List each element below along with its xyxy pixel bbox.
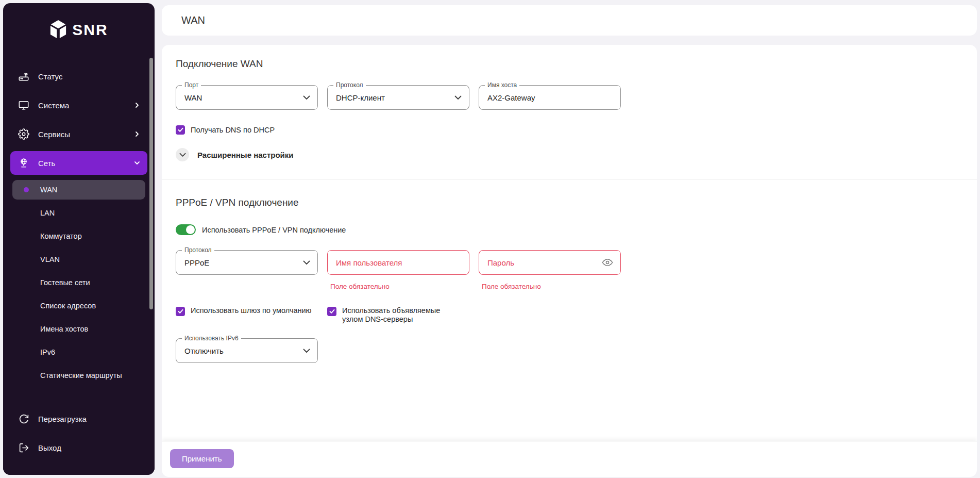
sidebar-item-label: Сервисы [38, 130, 70, 139]
sidebar-subitem-lan[interactable]: LAN [12, 203, 145, 223]
toggle-knob [186, 225, 195, 234]
password-error-slot: Поле обязательно [479, 282, 621, 291]
sidebar-item-system[interactable]: Система [10, 93, 147, 117]
username-field[interactable] [327, 250, 469, 275]
section-divider [162, 179, 977, 179]
sidebar-item-label: Система [38, 101, 69, 110]
dns-dhcp-checkbox-row[interactable]: Получать DNS по DHCP [176, 125, 963, 135]
default-gateway-checkbox[interactable] [176, 307, 185, 316]
error-slot-empty [176, 282, 318, 291]
check-icon [329, 309, 335, 314]
sidebar-item-services[interactable]: Сервисы [10, 122, 147, 146]
pppoe-section-title: PPPoE / VPN подключение [176, 197, 963, 208]
pppoe-toggle-row: Использовать PPPoE / VPN подключение [176, 224, 963, 235]
page-title: WAN [181, 14, 205, 26]
sidebar-bottom: Перезагрузка Выход [3, 393, 155, 475]
peer-dns-checkbox-row[interactable]: Использовать объявляемые узлом DNS-серве… [327, 306, 469, 324]
sidebar-subitem-label: Гостевые сети [40, 278, 90, 287]
chevron-down-icon [179, 153, 186, 157]
username-error-text: Поле обязательно [327, 283, 390, 290]
sidebar-subitem-guest-networks[interactable]: Гостевые сети [12, 273, 145, 292]
password-error-text: Поле обязательно [479, 283, 541, 290]
snr-logo: SNR [3, 3, 155, 43]
sidebar-subitem-label: LAN [40, 209, 55, 217]
peer-dns-checkbox[interactable] [327, 307, 336, 316]
password-input[interactable] [487, 258, 602, 267]
chevron-right-icon [134, 131, 140, 137]
ipv6-row: Использовать IPv6 Отключить [176, 338, 963, 363]
sidebar-item-logout[interactable]: Выход [10, 436, 147, 459]
sidebar-item-reboot[interactable]: Перезагрузка [10, 407, 147, 431]
sidebar-item-status[interactable]: Статус [10, 64, 147, 88]
pppoe-checkboxes-row: Использовать шлюз по умолчанию Использов… [176, 306, 963, 324]
default-gateway-checkbox-row[interactable]: Использовать шлюз по умолчанию [176, 306, 318, 324]
ipv6-select-value: Отключить [184, 347, 224, 355]
sidebar-nav: Статус Система Сервисы [3, 53, 155, 413]
chevron-right-icon [134, 102, 140, 108]
password-field[interactable] [479, 250, 621, 275]
advanced-settings-expander: Расширенные настройки [176, 148, 963, 161]
logo-text: SNR [72, 21, 108, 39]
protocol-select[interactable]: Протокол DHCP-клиент [327, 85, 469, 110]
username-input[interactable] [336, 258, 462, 267]
hostname-field-label: Имя хоста [485, 81, 519, 89]
pppoe-toggle-label: Использовать PPPoE / VPN подключение [202, 226, 346, 234]
sidebar-subitem-hostnames[interactable]: Имена хостов [12, 319, 145, 339]
protocol-select-value: DHCP-клиент [336, 93, 385, 102]
sidebar-item-network[interactable]: Сеть [10, 151, 147, 175]
sidebar-item-label: Выход [38, 443, 61, 452]
sidebar-subitem-vlan[interactable]: VLAN [12, 250, 145, 269]
sidebar-item-label: Статус [38, 72, 62, 81]
hostname-field[interactable]: Имя хоста [479, 85, 621, 110]
network-globe-icon [18, 157, 30, 169]
chevron-down-icon [303, 260, 310, 265]
dns-dhcp-checkbox[interactable] [176, 125, 185, 135]
sidebar-item-label: Перезагрузка [38, 415, 87, 423]
advanced-settings-label: Расширенные настройки [197, 151, 294, 159]
router-icon [18, 70, 30, 83]
port-select-label: Порт [182, 81, 201, 89]
apply-button[interactable]: Применить [170, 449, 234, 468]
card-footer: Применить [162, 441, 977, 477]
check-icon [178, 127, 183, 133]
sidebar-subitem-switch[interactable]: Коммутатор [12, 226, 145, 246]
pppoe-protocol-select-label: Протокол [182, 246, 214, 254]
monitor-icon [18, 99, 30, 111]
field-errors-row: Поле обязательно Поле обязательно [176, 282, 963, 291]
sidebar-subitem-label: Статические маршруты [40, 371, 122, 380]
expand-advanced-button[interactable] [176, 148, 189, 161]
sidebar-scrollbar[interactable] [149, 58, 153, 309]
pppoe-protocol-select-value: PPPoE [184, 258, 209, 267]
gear-icon [18, 128, 30, 140]
wan-connection-section-title: Подключение WAN [176, 58, 963, 70]
chevron-down-icon [134, 160, 140, 166]
pppoe-protocol-select[interactable]: Протокол PPPoE [176, 250, 318, 275]
sidebar-subitem-label: IPv6 [40, 348, 55, 356]
default-gateway-checkbox-label: Использовать шлюз по умолчанию [191, 306, 311, 315]
sidebar-subitem-label: Список адресов [40, 302, 96, 310]
pppoe-toggle[interactable] [176, 224, 196, 235]
port-select[interactable]: Порт WAN [176, 85, 318, 110]
sidebar-subitem-ipv6[interactable]: IPv6 [12, 342, 145, 362]
chevron-down-icon [303, 95, 310, 100]
protocol-select-label: Протокол [333, 81, 366, 89]
restart-icon [18, 413, 30, 425]
ipv6-select[interactable]: Использовать IPv6 Отключить [176, 338, 318, 363]
hostname-input[interactable] [487, 93, 613, 102]
page-header: WAN [162, 5, 977, 36]
eye-icon[interactable] [602, 257, 613, 268]
chevron-down-icon [454, 95, 462, 100]
sidebar-subitem-label: WAN [40, 186, 57, 194]
sidebar-subitem-label: VLAN [40, 255, 60, 263]
peer-dns-checkbox-label: Использовать объявляемые узлом DNS-серве… [342, 306, 453, 324]
sidebar-subitem-static-routes[interactable]: Статические маршруты [12, 366, 145, 385]
port-select-value: WAN [184, 93, 202, 102]
sidebar-subitem-label: Имена хостов [40, 325, 88, 333]
sidebar-subitem-address-list[interactable]: Список адресов [12, 296, 145, 316]
sidebar-subitem-wan[interactable]: WAN [12, 180, 145, 200]
logout-icon [18, 441, 30, 454]
dns-dhcp-checkbox-label: Получать DNS по DHCP [191, 126, 275, 134]
check-icon [178, 309, 183, 314]
card-content: Подключение WAN Порт WAN Протокол DHCP-к… [162, 45, 977, 363]
wan-fields-row: Порт WAN Протокол DHCP-клиент Имя хоста [176, 85, 963, 110]
